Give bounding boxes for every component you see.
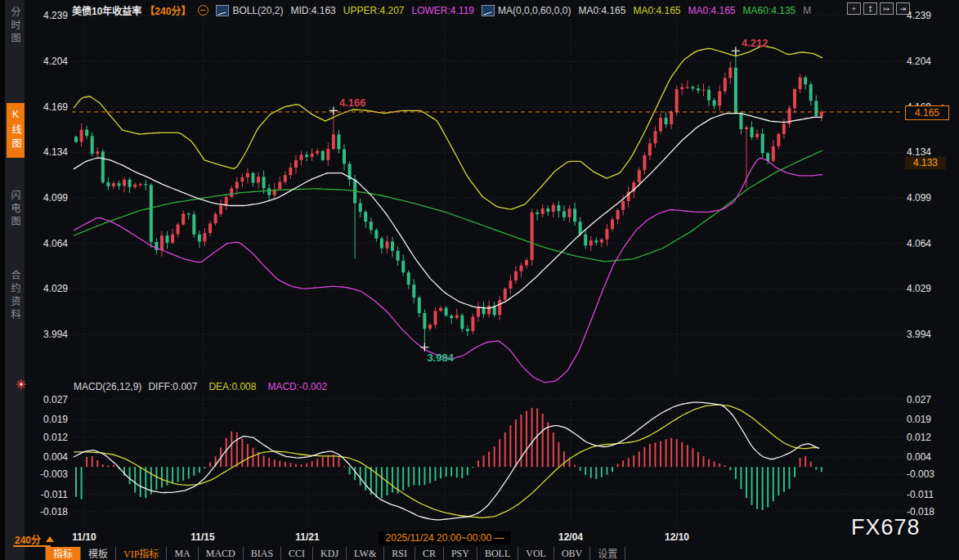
axis-label: 3.994: [907, 329, 959, 340]
scale-right-icon[interactable]: ↦: [880, 2, 894, 15]
axis-label: 4.239: [907, 10, 959, 21]
toolbar-button-obv[interactable]: OBV: [554, 547, 590, 560]
scale-up-icon[interactable]: ↥: [863, 2, 877, 15]
candles-layer: [74, 51, 823, 347]
watermark: FX678: [851, 515, 921, 540]
sidebar-item-contract-info[interactable]: 合约资料: [7, 270, 22, 322]
chart-tool-icons: + ↥ ↦ ⇥: [847, 2, 910, 15]
axis-label: 4.204: [907, 56, 959, 67]
boll-mid-value: MID:4.163: [290, 5, 335, 16]
period-label: 【240分】: [145, 3, 190, 17]
timeframe-up-icon: [46, 536, 54, 542]
axis-label: 0.027: [2, 394, 68, 405]
gridlines: [72, 16, 903, 527]
axis-label: 0.027: [907, 394, 959, 405]
axis-label: -0.011: [907, 489, 959, 500]
axis-label: 4.064: [907, 238, 959, 249]
current-price-badge: 4.165: [905, 105, 949, 120]
toolbar-button-bias[interactable]: BIAS: [244, 547, 281, 560]
toolbar-button-kdj[interactable]: KDJ: [313, 547, 347, 560]
chart-canvas: 4.1664.2123.984: [0, 0, 959, 560]
axis-label: 0.004: [907, 451, 959, 463]
collapse-icon[interactable]: [198, 5, 208, 16]
axis-label: -0.011: [2, 489, 68, 500]
boll-indicator-icon[interactable]: [216, 5, 229, 16]
ma-indicator-icon[interactable]: [482, 5, 495, 16]
toolbar-button-ma[interactable]: MA: [167, 547, 198, 560]
ma0-yellow-value: MA0:4.165: [633, 5, 680, 16]
symbol-title: 美债10年收益率: [72, 3, 141, 17]
toolbar-button-settings[interactable]: 设置: [590, 547, 625, 560]
axis-label: 4.064: [2, 238, 68, 249]
boll-upper-value: UPPER:4.207: [343, 5, 405, 16]
boll-name: BOLL(20,2): [232, 5, 283, 16]
ma60-value: MA60:4.135: [743, 5, 796, 16]
toolbar-button-lw[interactable]: LW&: [347, 547, 384, 560]
chart-header: 美债10年收益率【240分】 BOLL(20,2) MID:4.163 UPPE…: [72, 3, 811, 17]
annotations: 4.1664.2123.984: [329, 37, 769, 364]
timeframe-label: 240分: [15, 532, 41, 546]
boll-lower-value: LOWER:4.119: [412, 5, 474, 16]
crosshair-icon[interactable]: +: [847, 2, 861, 15]
toolbar-button-cr[interactable]: CR: [415, 547, 444, 560]
macd-header: MACD(26,12,9) DIFF:0.007 DEA:0.008 MACD:…: [74, 381, 327, 392]
indicator-toolbar: 指标 模板 VIP指标 MA MACD BIAS CCI KDJ LW& RSI…: [45, 547, 625, 560]
toolbar-button-indicator[interactable]: 指标: [45, 547, 81, 560]
axis-label: 4.134: [2, 146, 68, 158]
selected-bar-timestamp: 2025/11/24 20:00~00:00 —: [379, 531, 511, 544]
toolbar-button-rsi[interactable]: RSI: [384, 547, 415, 560]
axis-label: 3.994: [2, 329, 68, 340]
alert-star-icon[interactable]: [16, 379, 27, 393]
axis-label: 0.004: [2, 451, 68, 463]
axis-label: 4.239: [2, 10, 68, 21]
date-label: 12/10: [665, 531, 689, 543]
toolbar-button-vip-indicator[interactable]: VIP指标: [116, 547, 167, 560]
trading-app-window: 4.1664.2123.984 分时图 K线图 闪电图 合约资料 美债10年收益…: [0, 0, 959, 560]
toolbar-button-boll[interactable]: BOLL: [477, 547, 518, 560]
axis-label: 4.099: [2, 192, 68, 204]
ma0-magenta-value: MA0:4.165: [688, 5, 735, 16]
toolbar-button-vol[interactable]: VOL: [518, 547, 554, 560]
axis-label: 4.099: [907, 192, 959, 204]
macd-layer: [74, 402, 822, 520]
axis-label: 0.019: [907, 414, 959, 425]
axis-label: 4.204: [2, 56, 68, 67]
axis-label: -0.003: [2, 468, 68, 480]
axis-label: 4.169: [2, 101, 68, 113]
toolbar-button-macd[interactable]: MACD: [199, 547, 244, 560]
axis-label: 0.019: [2, 414, 68, 425]
ma-suffix: M: [803, 5, 811, 16]
price-annotation: 3.984: [427, 352, 454, 364]
toolbar-button-cci[interactable]: CCI: [281, 547, 313, 560]
toolbar-button-template[interactable]: 模板: [81, 547, 116, 560]
axis-label: 0.012: [2, 432, 68, 443]
date-axis: 11/1011/1511/212025/11/24 20:00~00:00 —1…: [0, 531, 959, 545]
date-label: 12/04: [558, 531, 583, 543]
date-label: 11/10: [72, 531, 96, 543]
toolbar-button-psy[interactable]: PSY: [444, 547, 477, 560]
axis-label: -0.003: [907, 468, 959, 480]
macd-name: MACD(26,12,9): [74, 381, 141, 392]
date-label: 11/21: [295, 531, 319, 543]
macd-dea-value: DEA:0.008: [208, 381, 256, 392]
axis-label: -0.018: [2, 506, 68, 517]
price-annotation: 4.166: [339, 96, 366, 109]
axis-label: 0.012: [907, 432, 959, 443]
date-label: 11/15: [190, 531, 214, 543]
ma-name: MA(0,0,0,60,0,0): [498, 5, 571, 16]
ma0-white-value: MA0:4.165: [578, 5, 625, 16]
macd-macd-value: MACD:-0.002: [267, 381, 327, 392]
macd-diff-value: DIFF:0.007: [148, 381, 197, 392]
overlay-lines: [72, 46, 903, 383]
axis-label: 4.029: [2, 283, 68, 294]
secondary-price-badge: 4.133: [905, 157, 946, 169]
axis-label: 4.029: [907, 283, 959, 294]
price-annotation: 4.212: [742, 37, 769, 49]
timeframe-selector[interactable]: 240分: [15, 532, 54, 546]
